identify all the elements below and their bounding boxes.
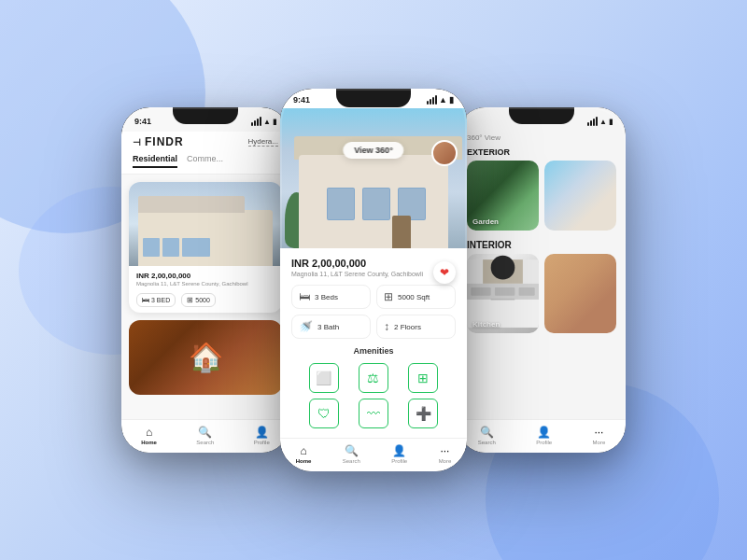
living-image <box>544 254 616 333</box>
nav-home-left[interactable]: ⌂ Home <box>141 426 157 445</box>
nav-more-center[interactable]: ··· More <box>439 444 452 464</box>
specs-row-1: 🛏 3 BED ⊞ 5000 <box>136 293 275 307</box>
floors-icon: ↕ <box>384 320 389 333</box>
floors-spec: ↕ 2 Floors <box>376 315 456 339</box>
bath-value: 3 Bath <box>317 323 339 331</box>
beds-value: 3 Beds <box>315 293 338 301</box>
property-card-2[interactable]: 🏠 <box>129 320 282 395</box>
house-windows <box>143 238 210 257</box>
more-label-center: More <box>439 458 452 464</box>
house-image-1 <box>129 182 282 266</box>
home-label-left: Home <box>141 440 157 445</box>
signal-icon-left <box>251 117 261 126</box>
beds-icon: 🛏 <box>299 290 310 303</box>
svg-rect-68 <box>471 287 490 296</box>
exterior-label: EXTERIOR <box>467 147 616 157</box>
garden-thumb[interactable]: Garden <box>467 161 539 231</box>
profile-label-left: Profile <box>254 440 270 445</box>
nav-search-center[interactable]: 🔍 Search <box>343 444 360 464</box>
tab-residential[interactable]: Residential <box>133 154 177 168</box>
garden-label: Garden <box>472 217 499 226</box>
living-thumb[interactable] <box>544 254 616 333</box>
view360-title: 360° View <box>467 133 616 142</box>
left-header: FINDR Hydera... Residential Comme... <box>121 132 289 175</box>
interior-gallery: Kitchen <box>458 254 626 333</box>
exterior-image <box>544 161 616 231</box>
amenity-security: 🛡 <box>309 399 339 428</box>
hero-image: View 360° <box>280 108 467 248</box>
nav-search-right[interactable]: 🔍 Search <box>478 426 496 445</box>
screen-right: ▲ ▮ 360° View EXTERIOR Garden <box>458 107 626 453</box>
profile-icon-right: 👤 <box>537 426 551 439</box>
hero-body <box>299 155 448 248</box>
view360-button[interactable]: View 360° <box>343 142 403 159</box>
signal-icon-right <box>587 117 598 126</box>
notch-left <box>173 107 238 124</box>
profile-icon-center: 👤 <box>392 444 406 457</box>
tab-commercial[interactable]: Comme... <box>187 154 223 168</box>
user-avatar[interactable] <box>431 140 458 166</box>
search-label-center: Search <box>343 458 360 464</box>
detail-price: INR 2,00,00,000 <box>291 258 456 269</box>
amenities-row-1: ⬜ ⚖ ⊞ <box>299 363 448 393</box>
search-icon-center: 🔍 <box>345 444 359 457</box>
nav-home-center[interactable]: ⌂ Home <box>296 444 312 464</box>
specs-grid: 🛏 3 Beds ⊞ 5000 Sqft 🚿 3 Bath ↕ 2 Floors <box>291 285 456 339</box>
property-card-1[interactable]: INR 2,00,00,000 Magnolia 11, L&T Serene … <box>129 182 282 313</box>
amenity-fitness: ⚖ <box>359 363 388 393</box>
nav-profile-right[interactable]: 👤 Profile <box>536 426 552 445</box>
kitchen-thumb[interactable]: Kitchen <box>467 254 539 333</box>
interior-label: INTERIOR <box>467 240 616 250</box>
hero-door <box>392 216 411 248</box>
search-label-left: Search <box>196 440 214 445</box>
time-center: 9:41 <box>293 95 310 105</box>
more-icon-right: ··· <box>594 426 603 439</box>
bed-icon: 🛏 <box>142 296 149 304</box>
home-icon-center: ⌂ <box>300 444 306 457</box>
nav-profile-center[interactable]: 👤 Profile <box>391 444 407 464</box>
right-header: 360° View <box>458 132 626 146</box>
amenity-parking: ⊞ <box>408 363 438 393</box>
amenities-row-2: 🛡 〰 ➕ <box>299 399 448 428</box>
card-info-1: INR 2,00,00,000 Magnolia 11, L&T Serene … <box>129 266 282 313</box>
phone-center: 9:41 ▲ ▮ <box>280 89 467 471</box>
more-icon-center: ··· <box>440 444 449 457</box>
search-icon-right: 🔍 <box>480 426 494 439</box>
sqft-label: 5000 <box>195 297 210 303</box>
home-icon-left: ⌂ <box>146 426 152 439</box>
nav-more-right[interactable]: ··· More <box>593 426 606 445</box>
favorite-button[interactable]: ❤ <box>433 261 456 284</box>
screen-left: 9:41 ▲ ▮ FINDR Hydera... <box>121 107 289 453</box>
wifi-icon-right: ▲ <box>599 118 607 126</box>
svg-rect-70 <box>519 287 535 296</box>
search-label-right: Search <box>478 440 496 445</box>
kitchen-label: Kitchen <box>472 320 500 329</box>
beds-spec: 🛏 3 Beds <box>291 285 371 309</box>
brand-name: FINDR <box>145 135 184 148</box>
amenities-title: Amenities <box>291 346 456 356</box>
notch-center <box>336 89 411 107</box>
wifi-icon-left: ▲ <box>263 118 271 126</box>
location-text: Hydera... <box>248 137 278 147</box>
bottom-nav-center: ⌂ Home 🔍 Search 👤 Profile ··· More <box>280 438 467 471</box>
more-label-right: More <box>593 440 606 445</box>
nav-search-left[interactable]: 🔍 Search <box>196 426 214 445</box>
phone-right: ▲ ▮ 360° View EXTERIOR Garden <box>458 107 626 453</box>
sqft-spec-center: ⊞ 5000 Sqft <box>376 285 456 309</box>
profile-icon-left: 👤 <box>255 426 269 439</box>
nav-profile-left[interactable]: 👤 Profile <box>254 426 270 445</box>
amenity-gym: ⬜ <box>309 363 339 393</box>
brand-row: FINDR Hydera... <box>133 135 278 148</box>
floors-value: 2 Floors <box>394 323 421 331</box>
exterior-thumb[interactable] <box>544 161 616 231</box>
signal-icon-center <box>427 95 437 105</box>
bottom-nav-right: 🔍 Search 👤 Profile ··· More <box>458 419 626 453</box>
profile-label-center: Profile <box>391 458 407 464</box>
status-icons-left: ▲ ▮ <box>251 117 276 126</box>
area-icon: ⊞ <box>187 296 193 304</box>
bottom-nav-left: ⌂ Home 🔍 Search 👤 Profile <box>121 419 289 453</box>
phone-left: 9:41 ▲ ▮ FINDR Hydera... <box>121 107 289 453</box>
profile-label-right: Profile <box>536 440 552 445</box>
hero-house-shape <box>280 108 467 248</box>
screen-center: 9:41 ▲ ▮ <box>280 89 467 471</box>
